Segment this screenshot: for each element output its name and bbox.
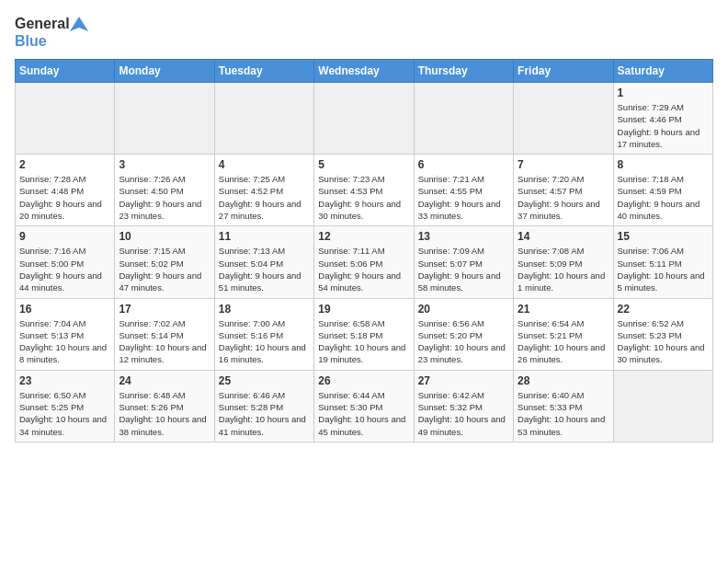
day-info: Sunrise: 7:21 AM Sunset: 4:55 PM Dayligh… xyxy=(418,173,509,222)
day-number: 8 xyxy=(618,158,709,171)
calendar-cell xyxy=(613,370,712,442)
calendar-cell: 16Sunrise: 7:04 AM Sunset: 5:13 PM Dayli… xyxy=(16,298,115,370)
day-info: Sunrise: 7:00 AM Sunset: 5:16 PM Dayligh… xyxy=(219,317,310,366)
day-number: 26 xyxy=(318,374,409,387)
day-number: 6 xyxy=(418,158,509,171)
day-number: 15 xyxy=(618,230,709,243)
logo-text-general: General xyxy=(15,16,70,32)
calendar-cell: 10Sunrise: 7:15 AM Sunset: 5:02 PM Dayli… xyxy=(115,226,214,298)
calendar-cell: 3Sunrise: 7:26 AM Sunset: 4:50 PM Daylig… xyxy=(115,155,214,226)
day-header-wednesday: Wednesday xyxy=(314,60,414,83)
calendar-cell: 15Sunrise: 7:06 AM Sunset: 5:11 PM Dayli… xyxy=(613,226,712,298)
day-number: 3 xyxy=(119,158,210,171)
calendar-week-1: 1Sunrise: 7:29 AM Sunset: 4:46 PM Daylig… xyxy=(16,83,713,155)
calendar-header-row: SundayMondayTuesdayWednesdayThursdayFrid… xyxy=(16,60,713,83)
day-number: 24 xyxy=(119,374,210,387)
day-number: 14 xyxy=(518,230,609,243)
day-info: Sunrise: 7:28 AM Sunset: 4:48 PM Dayligh… xyxy=(19,173,110,222)
day-info: Sunrise: 7:06 AM Sunset: 5:11 PM Dayligh… xyxy=(618,245,709,293)
calendar-cell: 13Sunrise: 7:09 AM Sunset: 5:07 PM Dayli… xyxy=(414,226,513,298)
calendar-cell: 5Sunrise: 7:23 AM Sunset: 4:53 PM Daylig… xyxy=(314,155,414,226)
calendar-cell: 26Sunrise: 6:44 AM Sunset: 5:30 PM Dayli… xyxy=(314,370,414,442)
day-header-friday: Friday xyxy=(514,60,613,83)
day-number: 23 xyxy=(19,374,110,387)
day-info: Sunrise: 6:52 AM Sunset: 5:23 PM Dayligh… xyxy=(618,317,709,366)
day-info: Sunrise: 7:29 AM Sunset: 4:46 PM Dayligh… xyxy=(618,101,709,150)
day-info: Sunrise: 7:13 AM Sunset: 5:04 PM Dayligh… xyxy=(219,245,310,293)
day-info: Sunrise: 7:04 AM Sunset: 5:13 PM Dayligh… xyxy=(19,317,110,366)
logo-bird-icon xyxy=(70,15,88,33)
day-info: Sunrise: 6:58 AM Sunset: 5:18 PM Dayligh… xyxy=(318,317,409,366)
calendar-cell xyxy=(514,83,613,155)
day-info: Sunrise: 6:54 AM Sunset: 5:21 PM Dayligh… xyxy=(518,317,609,366)
calendar-cell: 12Sunrise: 7:11 AM Sunset: 5:06 PM Dayli… xyxy=(314,226,414,298)
day-number: 16 xyxy=(19,303,110,316)
calendar-cell: 14Sunrise: 7:08 AM Sunset: 5:09 PM Dayli… xyxy=(514,226,613,298)
calendar-cell: 28Sunrise: 6:40 AM Sunset: 5:33 PM Dayli… xyxy=(514,370,613,442)
day-info: Sunrise: 7:18 AM Sunset: 4:59 PM Dayligh… xyxy=(618,173,709,222)
calendar-cell xyxy=(214,83,313,155)
calendar-cell xyxy=(414,83,513,155)
day-info: Sunrise: 6:42 AM Sunset: 5:32 PM Dayligh… xyxy=(418,389,509,438)
day-info: Sunrise: 6:46 AM Sunset: 5:28 PM Dayligh… xyxy=(219,389,310,438)
day-info: Sunrise: 6:56 AM Sunset: 5:20 PM Dayligh… xyxy=(418,317,509,366)
calendar-cell: 22Sunrise: 6:52 AM Sunset: 5:23 PM Dayli… xyxy=(613,298,712,370)
day-info: Sunrise: 7:20 AM Sunset: 4:57 PM Dayligh… xyxy=(518,173,609,222)
day-number: 7 xyxy=(518,158,609,171)
calendar-cell: 6Sunrise: 7:21 AM Sunset: 4:55 PM Daylig… xyxy=(414,155,513,226)
day-info: Sunrise: 6:50 AM Sunset: 5:25 PM Dayligh… xyxy=(19,389,110,438)
day-number: 9 xyxy=(19,230,110,243)
calendar-cell: 7Sunrise: 7:20 AM Sunset: 4:57 PM Daylig… xyxy=(514,155,613,226)
day-info: Sunrise: 7:15 AM Sunset: 5:02 PM Dayligh… xyxy=(119,245,210,293)
day-header-sunday: Sunday xyxy=(16,60,115,83)
calendar-cell: 19Sunrise: 6:58 AM Sunset: 5:18 PM Dayli… xyxy=(314,298,414,370)
calendar-cell: 21Sunrise: 6:54 AM Sunset: 5:21 PM Dayli… xyxy=(514,298,613,370)
calendar-week-2: 2Sunrise: 7:28 AM Sunset: 4:48 PM Daylig… xyxy=(16,155,713,226)
day-number: 10 xyxy=(119,230,210,243)
day-number: 4 xyxy=(219,158,310,171)
day-number: 13 xyxy=(418,230,509,243)
page-header: GeneralBlue xyxy=(15,15,713,50)
day-info: Sunrise: 7:26 AM Sunset: 4:50 PM Dayligh… xyxy=(119,173,210,222)
day-header-saturday: Saturday xyxy=(613,60,712,83)
day-info: Sunrise: 7:16 AM Sunset: 5:00 PM Dayligh… xyxy=(19,245,110,293)
day-info: Sunrise: 7:11 AM Sunset: 5:06 PM Dayligh… xyxy=(318,245,409,293)
day-number: 19 xyxy=(318,303,409,316)
day-number: 12 xyxy=(318,230,409,243)
calendar-table: SundayMondayTuesdayWednesdayThursdayFrid… xyxy=(15,59,713,442)
day-info: Sunrise: 6:44 AM Sunset: 5:30 PM Dayligh… xyxy=(318,389,409,438)
day-header-monday: Monday xyxy=(115,60,214,83)
calendar-cell: 24Sunrise: 6:48 AM Sunset: 5:26 PM Dayli… xyxy=(115,370,214,442)
logo: GeneralBlue xyxy=(15,15,88,50)
calendar-cell: 2Sunrise: 7:28 AM Sunset: 4:48 PM Daylig… xyxy=(16,155,115,226)
day-number: 18 xyxy=(219,303,310,316)
calendar-cell: 11Sunrise: 7:13 AM Sunset: 5:04 PM Dayli… xyxy=(214,226,313,298)
calendar-cell: 8Sunrise: 7:18 AM Sunset: 4:59 PM Daylig… xyxy=(613,155,712,226)
svg-marker-0 xyxy=(70,17,88,31)
day-info: Sunrise: 6:48 AM Sunset: 5:26 PM Dayligh… xyxy=(119,389,210,438)
day-number: 28 xyxy=(518,374,609,387)
calendar-cell: 1Sunrise: 7:29 AM Sunset: 4:46 PM Daylig… xyxy=(613,83,712,155)
day-number: 1 xyxy=(618,86,709,99)
day-number: 11 xyxy=(219,230,310,243)
day-number: 20 xyxy=(418,303,509,316)
calendar-cell xyxy=(314,83,414,155)
calendar-cell: 27Sunrise: 6:42 AM Sunset: 5:32 PM Dayli… xyxy=(414,370,513,442)
calendar-cell: 4Sunrise: 7:25 AM Sunset: 4:52 PM Daylig… xyxy=(214,155,313,226)
calendar-cell xyxy=(115,83,214,155)
calendar-cell: 17Sunrise: 7:02 AM Sunset: 5:14 PM Dayli… xyxy=(115,298,214,370)
day-number: 2 xyxy=(19,158,110,171)
day-number: 25 xyxy=(219,374,310,387)
day-info: Sunrise: 7:23 AM Sunset: 4:53 PM Dayligh… xyxy=(318,173,409,222)
day-number: 27 xyxy=(418,374,509,387)
day-number: 5 xyxy=(318,158,409,171)
day-info: Sunrise: 7:09 AM Sunset: 5:07 PM Dayligh… xyxy=(418,245,509,293)
calendar-week-4: 16Sunrise: 7:04 AM Sunset: 5:13 PM Dayli… xyxy=(16,298,713,370)
calendar-cell xyxy=(16,83,115,155)
calendar-cell: 20Sunrise: 6:56 AM Sunset: 5:20 PM Dayli… xyxy=(414,298,513,370)
day-info: Sunrise: 7:25 AM Sunset: 4:52 PM Dayligh… xyxy=(219,173,310,222)
day-number: 22 xyxy=(618,303,709,316)
day-info: Sunrise: 6:40 AM Sunset: 5:33 PM Dayligh… xyxy=(518,389,609,438)
calendar-cell: 9Sunrise: 7:16 AM Sunset: 5:00 PM Daylig… xyxy=(16,226,115,298)
calendar-week-3: 9Sunrise: 7:16 AM Sunset: 5:00 PM Daylig… xyxy=(16,226,713,298)
